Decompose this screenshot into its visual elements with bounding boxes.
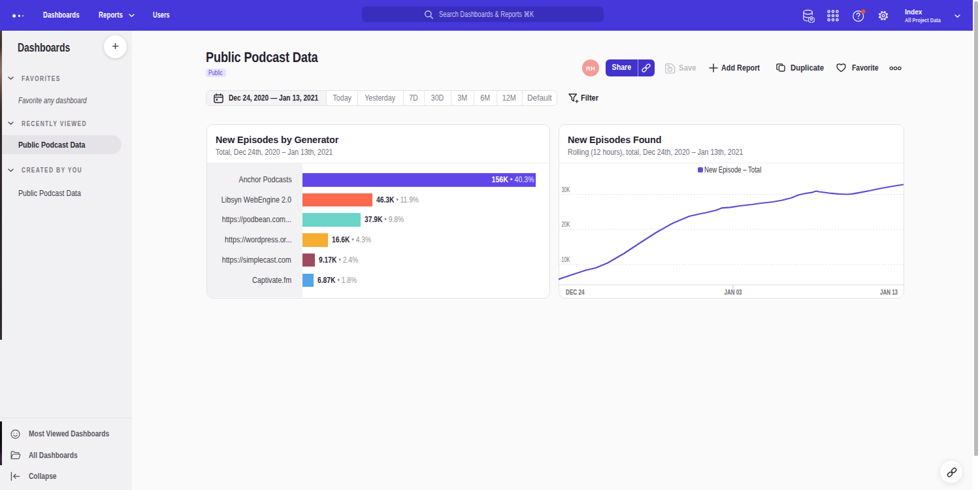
- svg-text:30K: 30K: [562, 186, 570, 193]
- svg-text:JAN 13: JAN 13: [880, 288, 898, 296]
- svg-text:JAN 03: JAN 03: [725, 288, 742, 296]
- svg-text:DEC 24: DEC 24: [566, 288, 585, 296]
- svg-text:20K: 20K: [562, 220, 570, 228]
- svg-text:10K: 10K: [562, 255, 570, 263]
